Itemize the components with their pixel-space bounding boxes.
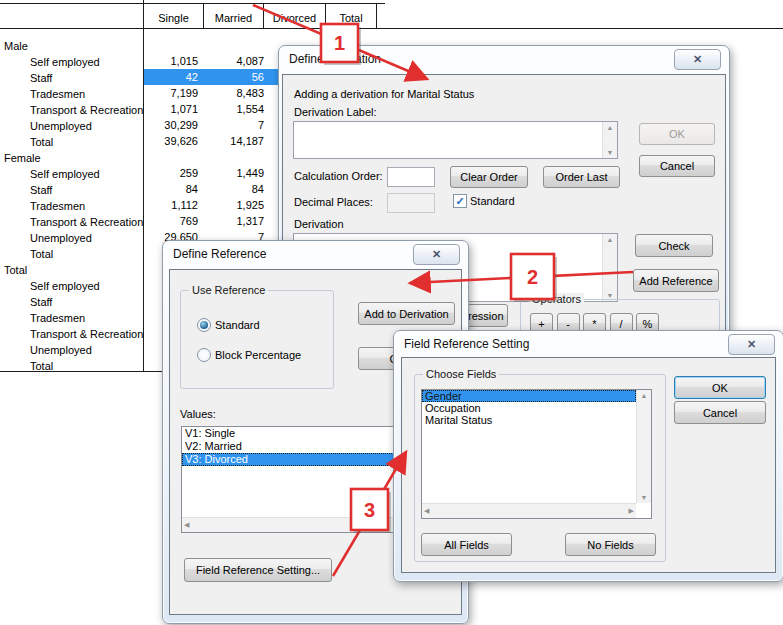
close-icon: ✕ xyxy=(747,339,756,350)
table-group-label: Male xyxy=(4,38,28,54)
table-cell-single[interactable]: 1,112 xyxy=(143,197,198,213)
derivation-scrollbar[interactable]: ▲ ▼ xyxy=(602,234,617,301)
derivation-section-label: Derivation xyxy=(294,218,344,230)
table-cell-single[interactable]: 30,299 xyxy=(143,117,198,133)
table-row-label: Total xyxy=(30,358,53,374)
field-setting-cancel-button[interactable]: Cancel xyxy=(674,401,766,424)
field-setting-ok-button[interactable]: OK xyxy=(674,376,766,399)
standard-checkbox[interactable]: ✓ xyxy=(453,194,467,208)
derivation-intro-text: Adding a derivation for Marital Status xyxy=(294,88,474,100)
define-derivation-titlebar: Define Derivation xyxy=(279,46,729,72)
table-cell-married[interactable]: 1,449 xyxy=(203,165,264,181)
table-cell-single[interactable]: 1,015 xyxy=(143,53,198,69)
field-reference-setting-button[interactable]: Field Reference Setting... xyxy=(184,558,332,582)
table-cell-single[interactable]: 42 xyxy=(143,69,198,85)
table-cell-married[interactable]: 56 xyxy=(203,69,264,85)
scroll-down-icon[interactable]: ▼ xyxy=(607,292,614,299)
table-row-label: Tradesmen xyxy=(30,86,85,102)
close-icon: ✕ xyxy=(693,54,702,65)
table-row-label: Self employed xyxy=(30,278,100,294)
table-row-label: Self employed xyxy=(30,166,100,182)
decimal-places-label: Decimal Places: xyxy=(294,196,373,208)
fields-items: GenderOccupationMarital Status xyxy=(422,390,636,503)
field-reference-setting-dialog: Field Reference Setting ✕ Choose Fields … xyxy=(393,330,783,582)
order-last-button[interactable]: Order Last xyxy=(543,166,620,188)
table-cell-single[interactable]: 84 xyxy=(143,181,198,197)
fields-list-item[interactable]: Gender xyxy=(422,390,636,402)
table-row-label: Staff xyxy=(30,182,52,198)
scroll-down-icon[interactable]: ▼ xyxy=(641,494,648,501)
fields-vscrollbar[interactable]: ▲ ▼ xyxy=(636,390,651,503)
scroll-up-icon[interactable]: ▲ xyxy=(641,392,648,399)
fields-list-item[interactable]: Marital Status xyxy=(422,414,636,426)
define-reference-title: Define Reference xyxy=(173,247,266,261)
table-row-label: Total xyxy=(30,246,53,262)
field-reference-setting-title: Field Reference Setting xyxy=(404,337,529,351)
table-cell-single[interactable]: 1,071 xyxy=(143,101,198,117)
scroll-left-icon[interactable]: ◀ xyxy=(184,521,189,529)
derivation-label-textarea[interactable]: ▲ ▼ xyxy=(293,121,618,159)
table-cell-single[interactable]: 769 xyxy=(143,213,198,229)
table-row-label: Tradesmen xyxy=(30,310,85,326)
fields-list-item[interactable]: Occupation xyxy=(422,402,636,414)
table-cell-single[interactable]: 7,199 xyxy=(143,85,198,101)
clear-order-button[interactable]: Clear Order xyxy=(450,166,528,188)
table-cell-married[interactable]: 8,483 xyxy=(203,85,264,101)
table-row-label: Staff xyxy=(30,294,52,310)
table-cell-single[interactable]: 39,626 xyxy=(143,133,198,149)
table-cell-single[interactable]: 259 xyxy=(143,165,198,181)
table-cell-married[interactable]: 7 xyxy=(203,117,264,133)
derivation-label-scrollbar[interactable]: ▲ ▼ xyxy=(602,122,617,158)
table-cell-married[interactable]: 84 xyxy=(203,181,264,197)
table-cell-married[interactable]: 14,187 xyxy=(203,133,264,149)
table-row-label: Unemployed xyxy=(30,230,92,246)
close-icon: ✕ xyxy=(432,249,441,260)
table-cell-married[interactable]: 1,317 xyxy=(203,213,264,229)
scroll-down-icon[interactable]: ▼ xyxy=(607,149,614,156)
table-cell-married[interactable]: 1,925 xyxy=(203,197,264,213)
field-reference-setting-close-button[interactable]: ✕ xyxy=(728,334,775,355)
values-label: Values: xyxy=(180,408,216,420)
table-row-label: Transport & Recreation xyxy=(30,214,143,230)
table-row-label: Staff xyxy=(30,70,52,86)
scroll-up-icon[interactable]: ▲ xyxy=(607,236,614,243)
define-derivation-title: Define Derivation xyxy=(289,52,381,66)
scroll-up-icon[interactable]: ▲ xyxy=(607,124,614,131)
table-row-label: Transport & Recreation xyxy=(30,326,143,342)
calculation-order-input[interactable] xyxy=(387,167,435,187)
table-row-label: Unemployed xyxy=(30,118,92,134)
derivation-label-caption: Derivation Label: xyxy=(294,106,377,118)
field-reference-setting-titlebar: Field Reference Setting xyxy=(394,331,783,357)
table-row-label: Unemployed xyxy=(30,342,92,358)
cancel-button[interactable]: Cancel xyxy=(639,155,715,177)
table-group-label: Female xyxy=(4,150,41,166)
block-percentage-radio-label[interactable]: Block Percentage xyxy=(215,349,301,361)
add-reference-button[interactable]: Add Reference xyxy=(633,269,719,292)
check-button[interactable]: Check xyxy=(635,234,713,257)
scroll-right-icon[interactable]: ▶ xyxy=(629,507,634,515)
all-fields-button[interactable]: All Fields xyxy=(421,533,512,556)
add-to-derivation-button[interactable]: Add to Derivation xyxy=(358,302,455,325)
define-reference-close-button[interactable]: ✕ xyxy=(413,244,460,265)
standard-radio[interactable] xyxy=(197,318,211,332)
use-reference-group-label: Use Reference xyxy=(189,284,268,296)
choose-fields-group-label: Choose Fields xyxy=(423,368,499,380)
choose-fields-group: Choose Fields GenderOccupationMarital St… xyxy=(414,374,666,562)
standard-checkbox-label[interactable]: Standard xyxy=(470,195,515,207)
define-derivation-close-button[interactable]: ✕ xyxy=(674,49,721,70)
ok-button[interactable]: OK xyxy=(639,123,715,145)
fields-hscrollbar[interactable]: ◀ ▶ xyxy=(422,503,636,518)
scroll-left-icon[interactable]: ◀ xyxy=(424,507,429,515)
block-percentage-radio[interactable] xyxy=(197,348,211,362)
no-fields-button[interactable]: No Fields xyxy=(565,533,656,556)
table-cell-married[interactable]: 4,087 xyxy=(203,53,264,69)
decimal-places-input[interactable] xyxy=(387,193,435,213)
fields-listbox[interactable]: GenderOccupationMarital Status ▲ ▼ ◀ ▶ xyxy=(421,389,652,519)
table-row-label: Transport & Recreation xyxy=(30,102,143,118)
standard-radio-label[interactable]: Standard xyxy=(215,319,260,331)
check-icon: ✓ xyxy=(455,196,464,206)
use-reference-group: Use Reference Standard Block Percentage xyxy=(180,290,334,389)
table-cell-married[interactable]: 1,554 xyxy=(203,101,264,117)
table-row-label: Total xyxy=(30,134,53,150)
table-group-label: Total xyxy=(4,262,27,278)
